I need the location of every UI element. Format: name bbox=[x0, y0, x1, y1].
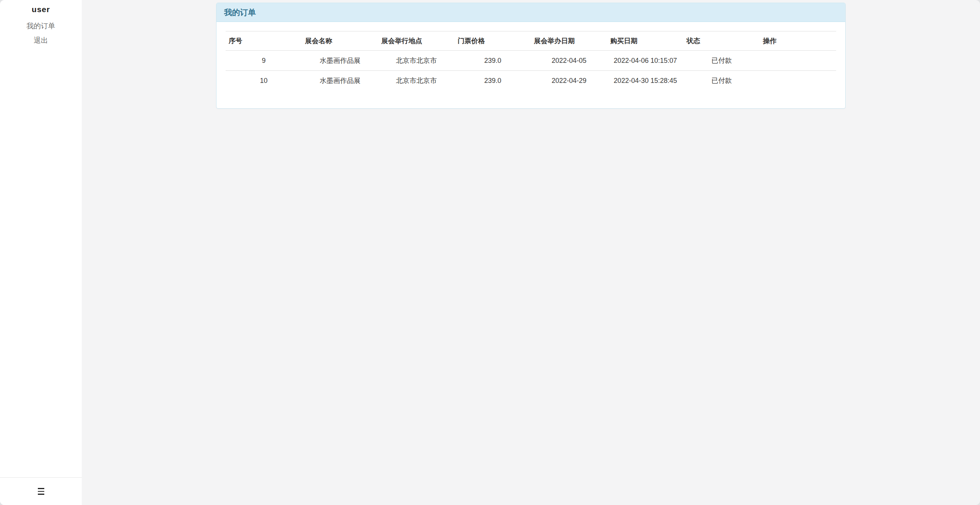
panel-body: 序号展会名称展会举行地点门票价格展会举办日期购买日期状态操作 9水墨画作品展北京… bbox=[216, 22, 845, 108]
cell-price: 239.0 bbox=[455, 51, 531, 71]
column-header-5: 购买日期 bbox=[607, 32, 684, 51]
sidebar-item-logout[interactable]: 退出 bbox=[0, 33, 82, 48]
cell-no: 10 bbox=[226, 71, 302, 91]
sidebar-nav: 我的订单 退出 bbox=[0, 19, 82, 48]
column-header-2: 展会举行地点 bbox=[378, 32, 455, 51]
table-row: 10水墨画作品展北京市北京市239.02022-04-292022-04-30 … bbox=[226, 71, 836, 91]
app-window: user 我的订单 退出 我的订单 序号展会名称展会举行地点门票价格展会举办日期… bbox=[0, 0, 980, 505]
sidebar-username: user bbox=[0, 4, 82, 14]
cell-event-date: 2022-04-29 bbox=[531, 71, 608, 91]
column-header-6: 状态 bbox=[684, 32, 760, 51]
cell-purchase-date: 2022-04-30 15:28:45 bbox=[607, 71, 684, 91]
cell-purchase-date: 2022-04-06 10:15:07 bbox=[607, 51, 684, 71]
cell-status: 已付款 bbox=[684, 71, 760, 91]
hamburger-icon bbox=[38, 488, 44, 495]
orders-table: 序号展会名称展会举行地点门票价格展会举办日期购买日期状态操作 9水墨画作品展北京… bbox=[226, 31, 836, 91]
cell-name: 水墨画作品展 bbox=[302, 51, 379, 71]
cell-price: 239.0 bbox=[455, 71, 531, 91]
column-header-4: 展会举办日期 bbox=[531, 32, 608, 51]
sidebar-item-my-orders[interactable]: 我的订单 bbox=[0, 19, 82, 33]
sidebar-toggle-button[interactable] bbox=[35, 486, 47, 497]
table-header-row: 序号展会名称展会举行地点门票价格展会举办日期购买日期状态操作 bbox=[226, 32, 836, 51]
orders-panel: 我的订单 序号展会名称展会举行地点门票价格展会举办日期购买日期状态操作 9水墨画… bbox=[216, 3, 846, 108]
sidebar-footer bbox=[0, 477, 82, 505]
main-content: 我的订单 序号展会名称展会举行地点门票价格展会举办日期购买日期状态操作 9水墨画… bbox=[82, 3, 980, 505]
table-body: 9水墨画作品展北京市北京市239.02022-04-052022-04-06 1… bbox=[226, 51, 836, 91]
table-head: 序号展会名称展会举行地点门票价格展会举办日期购买日期状态操作 bbox=[226, 32, 836, 51]
cell-name: 水墨画作品展 bbox=[302, 71, 379, 91]
cell-event-date: 2022-04-05 bbox=[531, 51, 608, 71]
cell-action bbox=[760, 51, 836, 71]
cell-status: 已付款 bbox=[684, 51, 760, 71]
column-header-1: 展会名称 bbox=[302, 32, 379, 51]
column-header-0: 序号 bbox=[226, 32, 302, 51]
cell-action bbox=[760, 71, 836, 91]
panel-title: 我的订单 bbox=[224, 7, 838, 18]
column-header-3: 门票价格 bbox=[455, 32, 531, 51]
cell-no: 9 bbox=[226, 51, 302, 71]
cell-location: 北京市北京市 bbox=[378, 51, 455, 71]
table-row: 9水墨画作品展北京市北京市239.02022-04-052022-04-06 1… bbox=[226, 51, 836, 71]
column-header-7: 操作 bbox=[760, 32, 836, 51]
cell-location: 北京市北京市 bbox=[378, 71, 455, 91]
panel-heading: 我的订单 bbox=[216, 3, 845, 22]
sidebar: user 我的订单 退出 bbox=[0, 0, 82, 505]
